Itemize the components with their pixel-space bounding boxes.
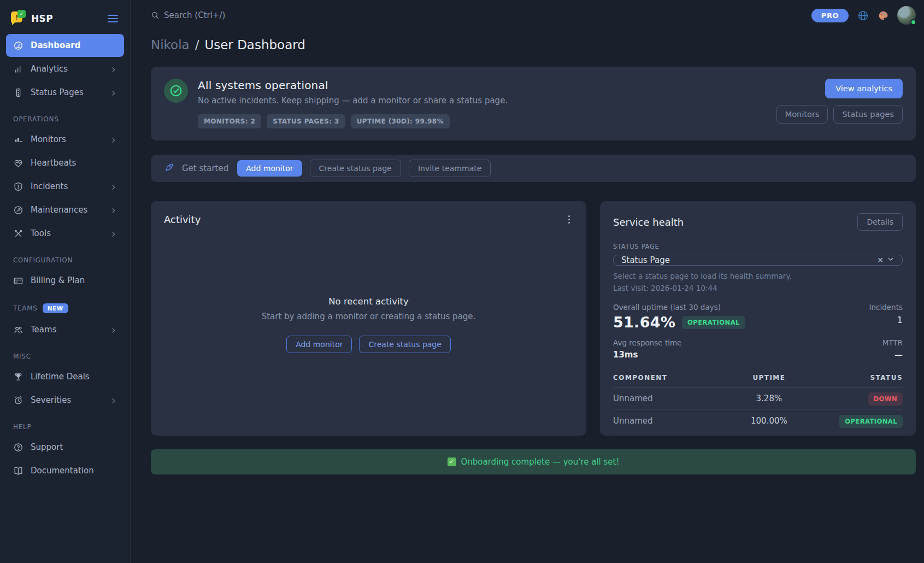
kebab-menu-icon[interactable] xyxy=(565,213,573,226)
sidebar-item-incidents[interactable]: Incidents xyxy=(6,175,124,198)
chevron-right-icon xyxy=(110,397,117,404)
operational-status-badge: OPERATIONAL xyxy=(839,415,903,428)
book-icon xyxy=(13,466,23,476)
new-badge: NEW xyxy=(43,303,68,313)
uptime-badge: UPTIME (30D): 99.98% xyxy=(351,114,450,128)
chevron-right-icon xyxy=(110,230,117,237)
pro-badge[interactable]: PRO xyxy=(811,9,849,22)
mini-bars-icon xyxy=(13,134,23,145)
online-status-dot xyxy=(910,19,916,25)
sidebar-item-label: Status Pages xyxy=(31,87,84,97)
activity-card: Activity No recent activity Start by add… xyxy=(151,201,586,436)
sidebar-section-operations: OPERATIONS xyxy=(13,115,117,123)
monitors-count-badge: MONITORS: 2 xyxy=(198,114,261,128)
chevron-right-icon xyxy=(110,183,117,190)
components-table: COMPONENT UPTIME STATUS Unnamed 3.28% DO… xyxy=(613,370,903,432)
status-pages-count-badge: STATUS PAGES: 3 xyxy=(267,114,345,128)
select-helper-text: Select a status page to load its health … xyxy=(613,272,903,280)
gauge-icon xyxy=(13,40,23,51)
sidebar-item-billing[interactable]: Billing & Plan xyxy=(6,269,124,292)
language-globe-icon[interactable] xyxy=(857,9,869,21)
onboarding-banner: ✓ Onboarding complete — you're all set! xyxy=(151,449,916,474)
app-logo-icon: !✓ xyxy=(11,11,26,26)
mttr-label: MTTR xyxy=(882,338,903,347)
status-page-select[interactable]: Status Page ✕ xyxy=(613,255,903,266)
theme-palette-icon[interactable] xyxy=(877,9,889,21)
sidebar-item-tools[interactable]: Tools xyxy=(6,222,124,245)
brand: !✓ HSP xyxy=(6,9,124,33)
main-area: PRO Nikola / User Dashboard All systems … xyxy=(131,0,924,563)
user-avatar[interactable] xyxy=(897,6,916,25)
component-name: Unnamed xyxy=(613,416,725,426)
incidents-value: 1 xyxy=(869,315,903,325)
status-page-select-value: Status Page xyxy=(621,255,670,265)
sidebar-item-label: Lifetime Deals xyxy=(31,372,90,382)
column-header-component: COMPONENT xyxy=(613,374,725,382)
sidebar-section-configuration: CONFIGURATION xyxy=(13,256,117,264)
hero-subtitle: No active incidents. Keep shipping — add… xyxy=(198,96,508,105)
traffic-light-icon xyxy=(13,87,23,98)
breadcrumb-separator: / xyxy=(195,38,199,52)
create-status-page-button[interactable]: Create status page xyxy=(310,160,401,177)
sidebar-item-dashboard[interactable]: Dashboard xyxy=(6,34,124,57)
global-search[interactable] xyxy=(151,10,284,20)
rocket-icon xyxy=(164,162,174,175)
uptime-label: Overall uptime (last 30 days) xyxy=(613,303,745,312)
chevron-right-icon xyxy=(110,89,117,96)
sidebar-item-heartbeats[interactable]: Heartbeats xyxy=(6,151,124,174)
chevron-down-icon[interactable] xyxy=(887,255,894,265)
sidebar-item-severities[interactable]: Severities xyxy=(6,389,124,412)
clear-selection-icon[interactable]: ✕ xyxy=(874,256,887,265)
sidebar-section-teams: TEAMS NEW xyxy=(13,303,117,313)
sidebar-item-support[interactable]: Support xyxy=(6,436,124,459)
activity-empty-state: No recent activity Start by adding a mon… xyxy=(262,296,476,353)
sidebar-toggle-icon[interactable] xyxy=(107,13,119,25)
sidebar-item-label: Support xyxy=(31,442,63,452)
sidebar-item-label: Documentation xyxy=(31,466,94,476)
credit-card-icon xyxy=(13,275,23,286)
avg-response-value: 13ms xyxy=(613,350,681,360)
sidebar-section-misc: MISC xyxy=(13,353,117,360)
sidebar-item-status-pages[interactable]: Status Pages xyxy=(6,81,124,104)
sidebar-item-lifetime-deals[interactable]: Lifetime Deals xyxy=(6,365,124,388)
sidebar-item-monitors[interactable]: Monitors xyxy=(6,128,124,151)
status-pages-button[interactable]: Status pages xyxy=(833,105,903,124)
incidents-label: Incidents xyxy=(869,303,903,312)
section-teams-label: TEAMS xyxy=(13,304,38,312)
search-icon xyxy=(151,11,160,20)
component-uptime: 100.00% xyxy=(725,416,814,426)
sidebar: !✓ HSP Dashboard Analytics Status Pages … xyxy=(0,0,131,563)
column-header-uptime: UPTIME xyxy=(725,374,814,382)
sidebar-item-documentation[interactable]: Documentation xyxy=(6,459,124,482)
app-window: !✓ HSP Dashboard Analytics Status Pages … xyxy=(0,0,924,563)
check-mark-icon: ✓ xyxy=(448,458,456,466)
monitors-button[interactable]: Monitors xyxy=(776,105,828,124)
trophy-icon xyxy=(13,372,23,382)
hero-title: All systems operational xyxy=(198,79,508,92)
invite-teammate-button[interactable]: Invite teammate xyxy=(409,160,491,177)
breadcrumb-parent[interactable]: Nikola xyxy=(151,38,190,52)
empty-add-monitor-button[interactable]: Add monitor xyxy=(286,336,352,353)
sidebar-item-teams[interactable]: Teams xyxy=(6,318,124,341)
sidebar-item-label: Teams xyxy=(31,325,56,335)
service-health-card: Service health Details STATUS PAGE Statu… xyxy=(600,201,916,436)
sidebar-item-label: Maintenances xyxy=(31,205,87,215)
column-header-status: STATUS xyxy=(814,374,903,382)
sidebar-item-label: Monitors xyxy=(31,134,66,144)
onboarding-banner-text: Onboarding complete — you're all set! xyxy=(461,457,620,467)
users-icon xyxy=(13,325,23,335)
view-analytics-button[interactable]: View analytics xyxy=(825,79,903,98)
sidebar-item-label: Tools xyxy=(31,228,51,238)
sidebar-item-label: Incidents xyxy=(31,181,68,191)
down-status-badge: DOWN xyxy=(868,392,903,406)
sidebar-item-maintenances[interactable]: Maintenances xyxy=(6,198,124,221)
details-button[interactable]: Details xyxy=(857,213,903,231)
search-input[interactable] xyxy=(164,10,284,20)
sidebar-item-analytics[interactable]: Analytics xyxy=(6,57,124,80)
sidebar-item-label: Severities xyxy=(31,395,71,405)
check-circle-icon xyxy=(164,79,188,103)
brand-name: HSP xyxy=(31,13,53,24)
add-monitor-button[interactable]: Add monitor xyxy=(237,160,302,177)
mttr-value: — xyxy=(882,350,903,360)
empty-create-status-page-button[interactable]: Create status page xyxy=(359,336,450,353)
